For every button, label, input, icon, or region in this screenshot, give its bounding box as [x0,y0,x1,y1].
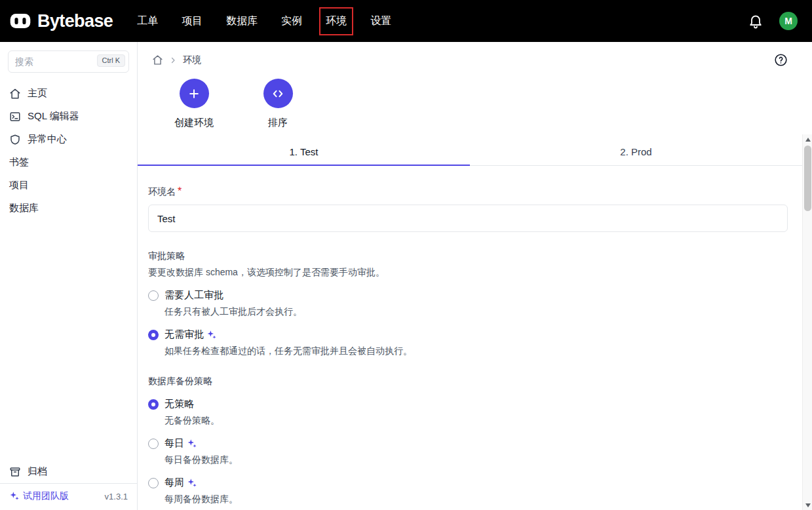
nav-issues[interactable]: 工单 [136,12,159,30]
sidebar-item-label: 异常中心 [28,133,67,146]
side-nav: 主页 SQL 编辑器 异常中心 书签 项目 数据库 [0,79,137,220]
environment-tabs: 1. Test 2. Prod [138,140,802,166]
scrollbar-thumb[interactable] [804,146,811,211]
create-environment-button[interactable]: 创建环境 [174,79,214,129]
name-field-label: 环境名 [148,186,176,197]
terminal-icon [9,111,21,123]
radio-skip-approval[interactable] [148,330,159,340]
breadcrumb: 环境 [138,42,802,72]
option-label[interactable]: 每日 [164,437,184,450]
sparkle-icon [187,478,197,488]
approval-policy-title: 审批策略 [148,250,788,262]
notifications-bell-icon[interactable] [748,13,764,29]
environment-name-input[interactable] [148,205,788,232]
radio-option-weekly: 每周 每周备份数据库。 [148,477,788,505]
required-asterisk: * [178,186,182,197]
version-label: v1.3.1 [105,492,128,501]
bytebase-logo-icon [9,10,31,32]
avatar[interactable]: M [779,12,798,30]
action-label: 排序 [268,117,288,129]
radio-weekly[interactable] [148,478,159,488]
nav-environments-label: 环境 [326,15,347,26]
sidebar-item-bookmarks[interactable]: 书签 [0,151,137,174]
sidebar-item-label: 主页 [28,87,47,100]
name-field-label-row: 环境名* [148,186,788,198]
sparkle-icon [206,330,217,340]
sidebar-item-label: 项目 [9,179,29,191]
sidebar-item-sql-editor[interactable]: SQL 编辑器 [0,105,137,128]
main-content: 环境 创建环境 排序 [138,42,802,510]
actions-row: 创建环境 排序 [138,72,802,140]
option-body: 无需审批 如果任务检查都通过的话，任务无需审批并且会被自动执行。 [164,328,412,357]
chevron-right-icon [169,56,177,64]
nav-databases[interactable]: 数据库 [225,12,258,30]
sidebar-item-anomaly-center[interactable]: 异常中心 [0,128,137,151]
reorder-button[interactable]: 排序 [258,79,298,129]
sidebar: Ctrl K 主页 SQL 编辑器 异常中心 [0,42,138,510]
nav-environments[interactable]: 环境 [325,12,347,30]
topbar-right: M [748,12,798,30]
radio-daily[interactable] [148,439,159,449]
option-description: 无备份策略。 [164,415,220,427]
breadcrumb-current: 环境 [183,54,201,66]
trial-row: 试用团队版 v1.3.1 [0,483,137,510]
backup-policy-title: 数据库备份策略 [148,376,788,387]
option-label[interactable]: 无策略 [164,398,194,410]
sidebar-item-label: SQL 编辑器 [28,110,79,123]
bytebase-logo[interactable]: Bytebase [9,10,113,32]
radio-manual-approval[interactable] [148,290,159,301]
nav-settings[interactable]: 设置 [370,12,392,30]
option-body: 每日 每日备份数据库。 [164,437,238,466]
option-description: 每日备份数据库。 [164,454,238,466]
sidebar-item-projects[interactable]: 项目 [0,174,137,197]
option-body: 无策略 无备份策略。 [164,398,220,427]
search-box: Ctrl K [8,50,129,73]
radio-option-daily: 每日 每日备份数据库。 [148,437,788,466]
sparkle-icon [9,491,20,501]
trial-link-label: 试用团队版 [23,490,69,502]
action-label: 创建环境 [174,117,214,129]
nav-projects[interactable]: 项目 [181,12,203,30]
environment-form: 环境名* 审批策略 要更改数据库 schema，该选项控制了是否需要手动审批。 … [138,166,802,505]
scrollbar-down-arrow-icon[interactable] [803,500,812,510]
brand-name: Bytebase [37,11,113,31]
sidebar-item-label: 数据库 [9,202,39,214]
option-description: 任务只有被人工审批后才会执行。 [164,306,302,318]
sidebar-item-databases[interactable]: 数据库 [0,197,137,220]
scrollbar-up-arrow-icon[interactable] [803,134,812,144]
help-icon[interactable] [774,53,788,67]
archive-icon [9,466,21,478]
app-body: Ctrl K 主页 SQL 编辑器 异常中心 [0,42,812,510]
option-label[interactable]: 需要人工审批 [164,289,223,302]
sidebar-item-label: 归档 [28,465,47,478]
sidebar-item-home[interactable]: 主页 [0,82,137,105]
approval-policy-description: 要更改数据库 schema，该选项控制了是否需要手动审批。 [148,267,788,279]
radio-option-no-policy: 无策略 无备份策略。 [148,398,788,427]
option-body: 需要人工审批 任务只有被人工审批后才会执行。 [164,289,302,318]
topbar: Bytebase 工单 项目 数据库 实例 环境 设置 M [0,0,812,42]
sidebar-item-archive[interactable]: 归档 [0,460,137,483]
breadcrumb-home-icon[interactable] [152,54,163,66]
reorder-icon [263,79,293,108]
plus-icon [180,79,209,108]
sidebar-item-label: 书签 [9,156,29,168]
sparkle-icon [187,439,197,449]
nav-instances[interactable]: 实例 [280,12,303,30]
radio-option-skip-approval: 无需审批 如果任务检查都通过的话，任务无需审批并且会被自动执行。 [148,328,788,357]
tab-prod[interactable]: 2. Prod [470,140,802,165]
trial-link[interactable]: 试用团队版 [9,490,69,502]
option-label[interactable]: 无需审批 [164,328,204,341]
option-body: 每周 每周备份数据库。 [164,477,238,505]
home-icon [9,88,21,100]
top-nav: 工单 项目 数据库 实例 环境 设置 [136,12,392,30]
option-description: 每周备份数据库。 [164,494,238,505]
option-label[interactable]: 每周 [164,477,184,489]
sidebar-bottom: 归档 试用团队版 v1.3.1 [0,460,137,510]
shield-icon [9,134,21,146]
radio-option-manual-approval: 需要人工审批 任务只有被人工审批后才会执行。 [148,289,788,318]
radio-no-policy[interactable] [148,399,159,410]
option-description: 如果任务检查都通过的话，任务无需审批并且会被自动执行。 [164,345,412,357]
vertical-scrollbar[interactable] [802,134,812,510]
tab-test[interactable]: 1. Test [138,140,470,166]
search-shortcut-badge: Ctrl K [97,54,126,67]
